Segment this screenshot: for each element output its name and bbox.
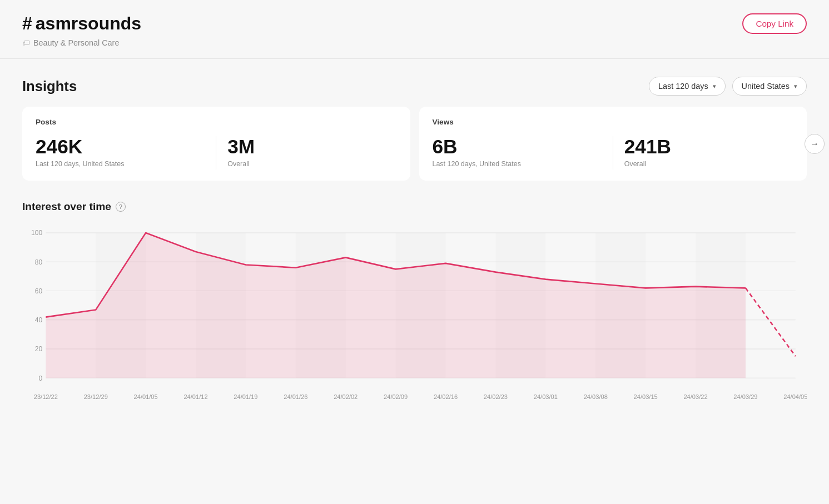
svg-text:24/03/15: 24/03/15 xyxy=(634,393,658,400)
svg-text:0: 0 xyxy=(39,374,43,382)
hashtag-name: asmrsounds xyxy=(36,13,141,34)
views-period-sub: Last 120 days, United States xyxy=(433,160,602,168)
svg-text:24/02/09: 24/02/09 xyxy=(384,393,408,400)
svg-text:24/03/22: 24/03/22 xyxy=(683,393,707,400)
svg-text:20: 20 xyxy=(35,345,43,353)
views-label: Views xyxy=(433,118,794,126)
stats-cards-container: Posts 246K Last 120 days, United States … xyxy=(22,107,807,181)
svg-text:24/02/16: 24/02/16 xyxy=(434,393,458,400)
region-filter-dropdown[interactable]: United States ▾ xyxy=(732,77,807,96)
svg-text:24/02/02: 24/02/02 xyxy=(334,393,358,400)
interest-section: Interest over time ? 02040608010023/12/2… xyxy=(22,201,807,402)
help-icon[interactable]: ? xyxy=(116,202,126,212)
svg-text:24/01/19: 24/01/19 xyxy=(234,393,257,400)
interest-chart: 02040608010023/12/2223/12/2924/01/0524/0… xyxy=(22,224,807,402)
svg-text:24/01/26: 24/01/26 xyxy=(284,393,307,400)
svg-text:24/03/08: 24/03/08 xyxy=(584,393,608,400)
posts-overall-section: 3M Overall xyxy=(227,136,396,168)
insights-header: Insights Last 120 days ▾ United States ▾ xyxy=(22,77,807,96)
posts-period-section: 246K Last 120 days, United States xyxy=(36,136,205,168)
posts-label: Posts xyxy=(36,118,397,126)
hashtag-title: # asmrsounds xyxy=(22,13,141,34)
posts-overall-sub: Overall xyxy=(227,160,396,168)
posts-card: Posts 246K Last 120 days, United States … xyxy=(22,107,410,181)
posts-period-sub: Last 120 days, United States xyxy=(36,160,205,168)
posts-overall-value: 3M xyxy=(227,136,396,158)
time-filter-dropdown[interactable]: Last 120 days ▾ xyxy=(649,77,726,96)
svg-text:40: 40 xyxy=(35,316,43,324)
svg-text:80: 80 xyxy=(35,258,43,266)
views-overall-sub: Overall xyxy=(624,160,793,168)
posts-period-value: 246K xyxy=(36,136,205,158)
views-overall-section: 241B Overall xyxy=(624,136,793,168)
svg-text:24/01/12: 24/01/12 xyxy=(183,393,207,400)
tag-icon: 🏷 xyxy=(22,39,30,47)
filter-row: Last 120 days ▾ United States ▾ xyxy=(649,77,807,96)
copy-link-button[interactable]: Copy Link xyxy=(742,13,807,34)
svg-text:100: 100 xyxy=(31,229,42,237)
svg-text:24/04/05: 24/04/05 xyxy=(783,393,807,400)
views-period-section: 6B Last 120 days, United States xyxy=(433,136,602,168)
svg-text:60: 60 xyxy=(35,287,43,295)
next-card-arrow[interactable]: → xyxy=(805,134,825,154)
chart-svg: 02040608010023/12/2223/12/2924/01/0524/0… xyxy=(22,224,807,402)
svg-text:23/12/22: 23/12/22 xyxy=(34,393,58,400)
posts-divider xyxy=(216,136,216,169)
svg-text:23/12/29: 23/12/29 xyxy=(84,393,108,400)
region-filter-label: United States xyxy=(742,82,790,91)
views-card: Views 6B Last 120 days, United States 24… xyxy=(419,107,807,181)
page-header: # asmrsounds Copy Link 🏷 Beauty & Person… xyxy=(0,0,829,59)
svg-text:24/01/05: 24/01/05 xyxy=(134,393,158,400)
insights-title: Insights xyxy=(22,78,77,94)
svg-text:24/02/23: 24/02/23 xyxy=(484,393,508,400)
views-period-value: 6B xyxy=(433,136,602,158)
interest-title: Interest over time xyxy=(22,201,111,213)
category-label: Beauty & Personal Care xyxy=(33,38,119,47)
views-divider xyxy=(613,136,613,169)
interest-header: Interest over time ? xyxy=(22,201,807,213)
time-filter-label: Last 120 days xyxy=(658,82,708,91)
svg-text:24/03/29: 24/03/29 xyxy=(733,393,757,400)
svg-text:24/03/01: 24/03/01 xyxy=(534,393,558,400)
hashtag-symbol: # xyxy=(22,13,32,34)
chevron-down-icon-region: ▾ xyxy=(794,83,797,90)
chevron-down-icon: ▾ xyxy=(713,83,716,90)
main-content: Insights Last 120 days ▾ United States ▾… xyxy=(0,59,829,420)
views-overall-value: 241B xyxy=(624,136,793,158)
